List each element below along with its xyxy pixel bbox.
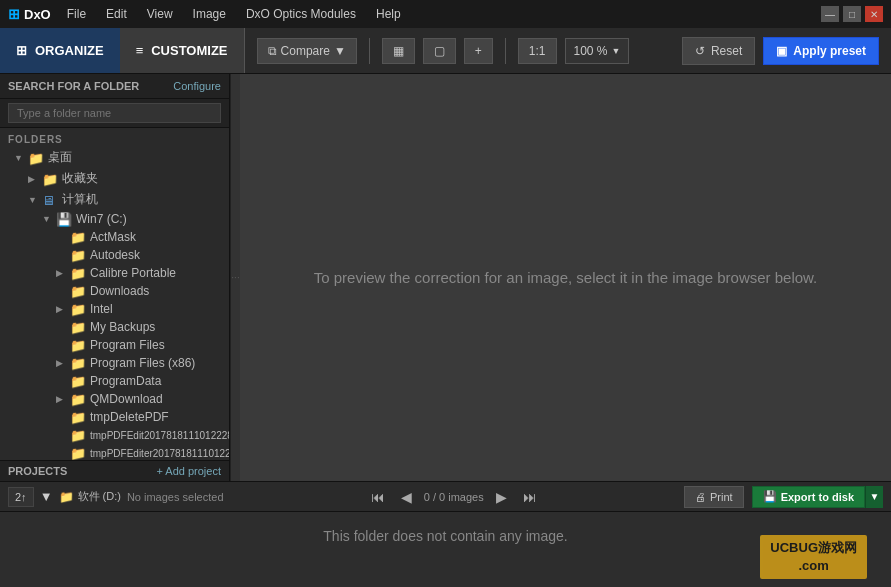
sort-button[interactable]: 2↑	[8, 487, 34, 507]
tree-item-calibre[interactable]: ▶ 📁 Calibre Portable	[0, 264, 229, 282]
tree-item-downloads[interactable]: 📁 Downloads	[0, 282, 229, 300]
tree-item-intel[interactable]: ▶ 📁 Intel	[0, 300, 229, 318]
folder-name: 软件 (D:)	[78, 489, 121, 504]
menu-view[interactable]: View	[139, 5, 181, 23]
compare-button[interactable]: ⧉ Compare ▼	[257, 38, 357, 64]
apply-preset-icon: ▣	[776, 44, 787, 58]
customize-sliders-icon: ≡	[136, 43, 144, 58]
folder-icon: 📁	[70, 410, 86, 424]
export-arrow-icon: ▼	[870, 491, 880, 502]
tree-item-autodesk[interactable]: 📁 Autodesk	[0, 246, 229, 264]
reset-button[interactable]: ↺ Reset	[682, 37, 755, 65]
tree-item-win7c[interactable]: ▼ 💾 Win7 (C:)	[0, 210, 229, 228]
export-label: Export to disk	[781, 491, 854, 503]
filter-button[interactable]: ▼	[40, 489, 53, 504]
projects-section: PROJECTS + Add project	[0, 460, 229, 481]
tree-item-programfilesx86[interactable]: ▶ 📁 Program Files (x86)	[0, 354, 229, 372]
sidebar: SEARCH FOR A FOLDER Configure FOLDERS ▼ …	[0, 74, 230, 481]
preview-area: To preview the correction for an image, …	[240, 74, 891, 481]
tree-label: Program Files (x86)	[90, 356, 195, 370]
tree-label: tmpDeletePDF	[90, 410, 169, 424]
toolbar-right: ↺ Reset ▣ Apply preset	[682, 37, 891, 65]
menu-file[interactable]: File	[59, 5, 94, 23]
search-input[interactable]	[8, 103, 221, 123]
tree-item-tmpedit[interactable]: 📁 tmpPDFEdit20178181110122285	[0, 426, 229, 444]
folder-icon: 📁	[70, 338, 86, 352]
folder-icon: 📁	[70, 446, 86, 460]
tree-item-actmask[interactable]: 📁 ActMask	[0, 228, 229, 246]
folders-label: FOLDERS	[0, 128, 229, 147]
zoom-percent-display: 100 % ▼	[565, 38, 630, 64]
configure-link[interactable]: Configure	[173, 80, 221, 92]
organize-label: ORGANIZE	[35, 43, 104, 58]
single-view-button[interactable]: ▢	[423, 38, 456, 64]
zoom-percent-value: 100 %	[574, 44, 608, 58]
tree-item-qmdownload[interactable]: ▶ 📁 QMDownload	[0, 390, 229, 408]
nav-prev-button[interactable]: ◀	[397, 487, 416, 507]
tree-item-tmpdeletepdf[interactable]: 📁 tmpDeletePDF	[0, 408, 229, 426]
arrow-icon: ▶	[56, 304, 70, 314]
tree-label: 计算机	[62, 191, 98, 208]
tree-item-programfiles[interactable]: 📁 Program Files	[0, 336, 229, 354]
print-button[interactable]: 🖨 Print	[684, 486, 744, 508]
tree-item-mybackups[interactable]: 📁 My Backups	[0, 318, 229, 336]
filmstrip-left: 2↑ ▼ 📁 软件 (D:) No images selected	[8, 487, 224, 507]
logo-icon: ⊞	[8, 6, 20, 22]
folder-icon: 📁	[70, 248, 86, 262]
nav-first-button[interactable]: ⏮	[367, 487, 389, 507]
add-project-link[interactable]: + Add project	[156, 465, 221, 477]
tree-label: Autodesk	[90, 248, 140, 262]
folder-icon: 📁	[28, 151, 44, 165]
zoom-ratio-button[interactable]: 1:1	[518, 38, 557, 64]
customize-label: CUSTOMIZE	[151, 43, 227, 58]
print-icon: 🖨	[695, 491, 706, 503]
folder-icon: 📁	[42, 172, 58, 186]
sidebar-collapse-handle[interactable]: ···	[230, 74, 240, 481]
customize-tab[interactable]: ≡ CUSTOMIZE	[120, 28, 245, 73]
apply-preset-button[interactable]: ▣ Apply preset	[763, 37, 879, 65]
nav-next-button[interactable]: ▶	[492, 487, 511, 507]
folder-icon: 📁	[70, 230, 86, 244]
export-button[interactable]: 💾 Export to disk	[752, 486, 865, 508]
filmstrip-center: ⏮ ◀ 0 / 0 images ▶ ⏭	[232, 487, 677, 507]
bottom-area: This folder does not contain any image. …	[0, 511, 891, 587]
tree-label: Program Files	[90, 338, 165, 352]
zoom-dropdown-icon: ▼	[612, 46, 621, 56]
computer-icon: 🖥	[42, 193, 58, 207]
menu-edit[interactable]: Edit	[98, 5, 135, 23]
compare-icon: ⧉	[268, 44, 277, 58]
app-logo: ⊞ DxO	[8, 6, 51, 22]
menu-optics[interactable]: DxO Optics Modules	[238, 5, 364, 23]
arrow-icon: ▼	[42, 214, 56, 224]
minimize-button[interactable]: —	[821, 6, 839, 22]
folder-icon: 📁	[70, 374, 86, 388]
compare-split-button[interactable]: +	[464, 38, 493, 64]
sidebar-search-header: SEARCH FOR A FOLDER Configure	[0, 74, 229, 99]
zoom-ratio-label: 1:1	[529, 44, 546, 58]
main-layout: SEARCH FOR A FOLDER Configure FOLDERS ▼ …	[0, 74, 891, 481]
tree-item-programdata[interactable]: 📁 ProgramData	[0, 372, 229, 390]
menu-image[interactable]: Image	[185, 5, 234, 23]
nav-last-button[interactable]: ⏭	[519, 487, 541, 507]
apply-preset-label: Apply preset	[793, 44, 866, 58]
tree-item-tmpeditor[interactable]: 📁 tmpPDFEditer20178181110122285	[0, 444, 229, 460]
tree-item-desktop[interactable]: ▼ 📁 桌面	[0, 147, 229, 168]
folder-icon: 📁	[70, 266, 86, 280]
tree-item-computer[interactable]: ▼ 🖥 计算机	[0, 189, 229, 210]
folders-section: FOLDERS ▼ 📁 桌面 ▶ 📁 收藏夹 ▼ 🖥 计算机 ▼ 💾 Win7 …	[0, 128, 229, 460]
tree-label: My Backups	[90, 320, 155, 334]
maximize-button[interactable]: □	[843, 6, 861, 22]
menu-help[interactable]: Help	[368, 5, 409, 23]
grid-view-button[interactable]: ▦	[382, 38, 415, 64]
folder-icon: 📁	[70, 302, 86, 316]
folder-icon: 📁	[70, 320, 86, 334]
separator-1	[369, 38, 370, 64]
search-folder-title: SEARCH FOR A FOLDER	[8, 80, 139, 92]
tree-label: 收藏夹	[62, 170, 98, 187]
arrow-icon: ▶	[56, 268, 70, 278]
tree-item-favorites[interactable]: ▶ 📁 收藏夹	[0, 168, 229, 189]
export-dropdown-button[interactable]: ▼	[865, 486, 883, 508]
tree-label: 桌面	[48, 149, 72, 166]
close-button[interactable]: ✕	[865, 6, 883, 22]
organize-tab[interactable]: ⊞ ORGANIZE	[0, 28, 120, 73]
